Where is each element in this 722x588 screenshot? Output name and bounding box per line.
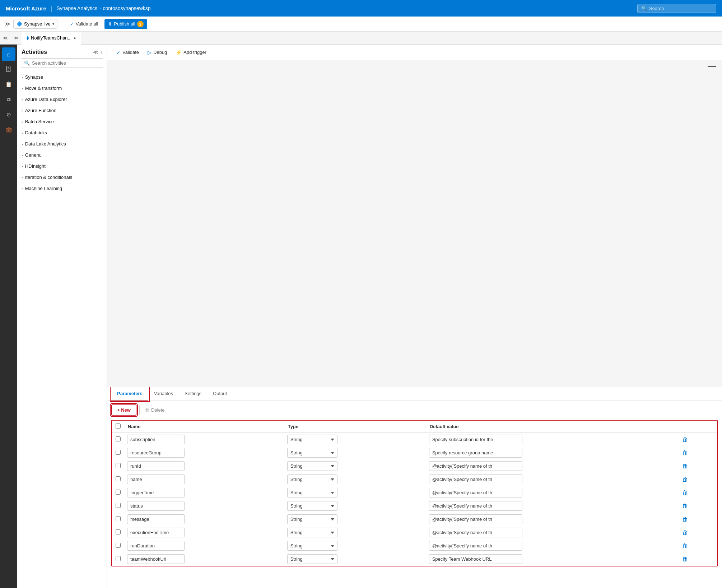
sidebar-item-document[interactable]: 📋: [2, 78, 15, 91]
tab-parameters[interactable]: Parameters: [111, 387, 148, 401]
param-type-select[interactable]: StringIntFloatBoolArrayObjectSecureStrin…: [287, 474, 337, 484]
row-checkbox[interactable]: [116, 543, 121, 548]
param-name-input[interactable]: [127, 541, 185, 551]
activities-panel: Activities ≪ ‹ 🔍 › Synapse › Move & tran…: [17, 45, 107, 588]
actions-header: [677, 421, 717, 433]
param-type-select[interactable]: StringIntFloatBoolArrayObjectSecureStrin…: [287, 554, 337, 564]
param-default-input[interactable]: [429, 448, 522, 458]
param-type-select[interactable]: StringIntFloatBoolArrayObjectSecureStrin…: [287, 514, 337, 524]
row-delete-button[interactable]: 🗑: [680, 448, 690, 458]
activity-group-azure-function[interactable]: › Azure Function: [17, 105, 107, 116]
param-type-select[interactable]: StringIntFloatBoolArrayObjectSecureStrin…: [287, 435, 337, 444]
nav-app[interactable]: Synapse Analytics: [56, 5, 97, 11]
collapse-up-icon[interactable]: ‹: [101, 49, 102, 55]
param-type-select[interactable]: StringIntFloatBoolArrayObjectSecureStrin…: [287, 461, 337, 471]
upload-icon: ⬆: [108, 21, 112, 27]
collapse-left-icon[interactable]: ≪: [93, 49, 98, 55]
tab-settings[interactable]: Settings: [179, 387, 207, 401]
param-name-input[interactable]: [127, 474, 185, 484]
activity-group-move-transform[interactable]: › Move & transform: [17, 83, 107, 94]
debug-button[interactable]: ▷ Debug: [144, 47, 171, 57]
row-delete-button[interactable]: 🗑: [680, 475, 690, 484]
row-delete-button[interactable]: 🗑: [680, 462, 690, 471]
row-checkbox[interactable]: [116, 503, 121, 508]
param-type-select[interactable]: StringIntFloatBoolArrayObjectSecureStrin…: [287, 501, 337, 511]
param-default-input[interactable]: [429, 554, 522, 564]
param-default-input[interactable]: [429, 501, 522, 511]
sidebar-item-layers[interactable]: ⧉: [2, 93, 15, 106]
param-default-input[interactable]: [429, 488, 522, 497]
param-name-input[interactable]: [127, 435, 185, 444]
chevron-right-icon: ›: [22, 108, 23, 113]
param-type-select[interactable]: StringIntFloatBoolArrayObjectSecureStrin…: [287, 488, 337, 497]
param-type-select[interactable]: StringIntFloatBoolArrayObjectSecureStrin…: [287, 528, 337, 537]
row-delete-button[interactable]: 🗑: [680, 528, 690, 537]
pipeline-tab[interactable]: ⧫ NotifyTeamsChan... ●: [22, 32, 81, 45]
param-name-input[interactable]: [127, 488, 185, 497]
activity-group-databricks[interactable]: › Databricks: [17, 127, 107, 138]
param-default-input[interactable]: [429, 541, 522, 551]
validate-button[interactable]: ✓ Validate: [113, 47, 143, 57]
params-table-container: Name Type Default value StringIntFloatBo…: [111, 420, 718, 566]
param-default-input[interactable]: [429, 514, 522, 524]
param-name-input[interactable]: [127, 501, 185, 511]
validate-all-label: Validate all: [76, 21, 98, 27]
nav-workspace[interactable]: contososynapsewksp: [103, 5, 150, 11]
row-checkbox[interactable]: [116, 529, 121, 534]
sidebar-item-home[interactable]: ⌂: [2, 47, 15, 61]
param-name-input[interactable]: [127, 461, 185, 471]
publish-all-button[interactable]: ⬆ Publish all 1: [104, 19, 147, 29]
tab-output[interactable]: Output: [207, 387, 233, 401]
row-delete-button[interactable]: 🗑: [680, 435, 690, 444]
sidebar-item-monitor[interactable]: ⊙: [2, 108, 15, 121]
synapse-live-dropdown[interactable]: 🔷 Synapse live ▾: [13, 19, 57, 29]
row-delete-button[interactable]: 🗑: [680, 541, 690, 551]
search-activities-input[interactable]: [32, 60, 100, 66]
new-button[interactable]: + New: [111, 404, 136, 416]
publish-all-label: Publish all: [114, 21, 135, 27]
param-name-input[interactable]: [127, 528, 185, 537]
group-label: Data Lake Analytics: [25, 141, 66, 147]
row-checkbox[interactable]: [116, 463, 121, 468]
row-checkbox[interactable]: [116, 556, 121, 561]
activity-group-hdinsight[interactable]: › HDInsight: [17, 161, 107, 172]
add-trigger-button[interactable]: ⚡ Add trigger: [172, 47, 210, 57]
delete-button[interactable]: 🗑 Delete: [139, 405, 170, 415]
sidebar-item-database[interactable]: 🗄: [2, 62, 15, 76]
param-name-input[interactable]: [127, 514, 185, 524]
tab-variables[interactable]: Variables: [148, 387, 179, 401]
row-checkbox[interactable]: [116, 450, 121, 455]
param-type-select[interactable]: StringIntFloatBoolArrayObjectSecureStrin…: [287, 448, 337, 458]
param-default-input[interactable]: [429, 435, 522, 444]
main-content: ✓ Validate ▷ Debug ⚡ Add trigger Paramet…: [107, 45, 722, 588]
row-checkbox[interactable]: [116, 476, 121, 481]
row-delete-button[interactable]: 🗑: [680, 488, 690, 497]
tab-scroll-right[interactable]: ≫: [11, 35, 22, 41]
activity-group-iteration-conditionals[interactable]: › Iteration & conditionals: [17, 172, 107, 183]
row-delete-button[interactable]: 🗑: [680, 555, 690, 564]
select-all-checkbox[interactable]: [116, 423, 121, 429]
param-name-input[interactable]: [127, 448, 185, 458]
activity-group-synapse[interactable]: › Synapse: [17, 71, 107, 83]
param-type-select[interactable]: StringIntFloatBoolArrayObjectSecureStrin…: [287, 541, 337, 551]
row-checkbox[interactable]: [116, 516, 121, 521]
row-delete-button[interactable]: 🗑: [680, 501, 690, 511]
activity-group-batch-service[interactable]: › Batch Service: [17, 116, 107, 127]
activity-group-general[interactable]: › General: [17, 149, 107, 161]
activity-group-machine-learning[interactable]: › Machine Learning: [17, 183, 107, 194]
param-name-input[interactable]: [127, 554, 185, 564]
tab-scroll-left[interactable]: ≪: [0, 35, 11, 41]
activity-group-azure-data-explorer[interactable]: › Azure Data Explorer: [17, 94, 107, 105]
collapse-icon[interactable]: ≫: [4, 20, 10, 27]
activity-group-data-lake-analytics[interactable]: › Data Lake Analytics: [17, 138, 107, 149]
row-checkbox[interactable]: [116, 436, 121, 441]
param-default-input[interactable]: [429, 474, 522, 484]
param-default-input[interactable]: [429, 461, 522, 471]
validate-all-button[interactable]: ✓ Validate all: [66, 19, 102, 28]
sidebar-item-briefcase[interactable]: 💼: [2, 123, 15, 136]
row-checkbox[interactable]: [116, 490, 121, 495]
row-delete-button[interactable]: 🗑: [680, 515, 690, 524]
param-default-input[interactable]: [429, 528, 522, 537]
global-search[interactable]: 🔍 Search: [637, 4, 716, 13]
search-box[interactable]: 🔍: [21, 58, 103, 68]
